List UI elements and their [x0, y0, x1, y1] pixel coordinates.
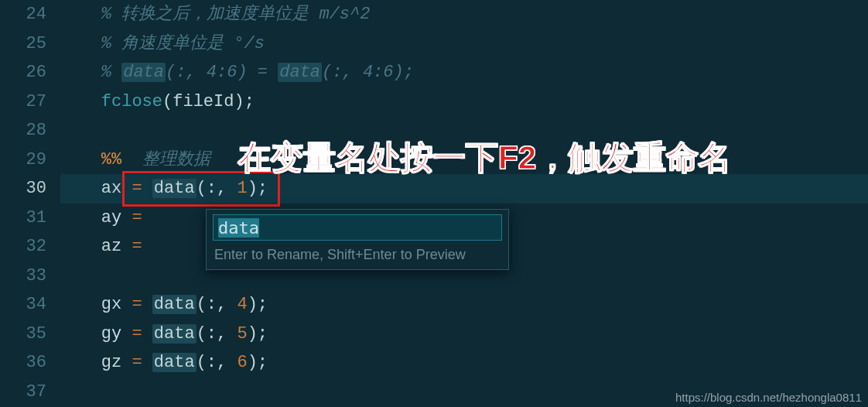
code-area[interactable]: % 转换之后，加速度单位是 m/s^2 % 角速度单位是 °/s % data(… [60, 0, 868, 407]
line-number: 31 [26, 208, 46, 227]
line-number-gutter: 24 25 26 27 28 29 30 31 32 33 34 35 36 3… [0, 0, 60, 407]
comment: % 角速度单位是 °/s [101, 34, 265, 53]
variable-occurrence[interactable]: data [121, 63, 166, 82]
line-number: 29 [26, 150, 46, 169]
rename-hint: Enter to Rename, Shift+Enter to Preview [207, 244, 508, 269]
code-line[interactable] [60, 116, 868, 145]
code-line-current[interactable]: ax = data(:, 1); [60, 174, 868, 204]
line-number: 28 [26, 121, 46, 140]
code-line[interactable]: % 角速度单位是 °/s [60, 29, 868, 59]
code-line[interactable]: gz = data(:, 6); [60, 348, 868, 378]
line-number: 37 [26, 382, 46, 402]
rename-input[interactable] [213, 214, 502, 241]
line-number: 32 [26, 237, 46, 256]
variable-occurrence[interactable]: data [278, 63, 322, 82]
variable-occurrence[interactable]: data [152, 324, 196, 344]
code-line[interactable]: % 转换之后，加速度单位是 m/s^2 [60, 0, 868, 29]
line-number: 34 [26, 295, 46, 314]
code-line[interactable]: gy = data(:, 5); [60, 320, 868, 349]
line-number: 27 [26, 92, 46, 111]
function-call: fclose [101, 92, 162, 111]
code-line[interactable]: fclose(fileId); [60, 87, 868, 117]
rename-popup[interactable]: Enter to Rename, Shift+Enter to Preview [206, 209, 509, 270]
comment: % data(:, 4:6) = data(:, 4:6); [101, 63, 414, 82]
line-number-current: 30 [26, 179, 46, 198]
variable-occurrence[interactable]: data [152, 179, 196, 198]
section-marker: %% [101, 150, 121, 169]
line-number: 25 [26, 34, 46, 53]
code-line[interactable] [60, 378, 868, 407]
line-number: 26 [26, 63, 46, 82]
code-line[interactable]: gx = data(:, 4); [60, 290, 868, 320]
line-number: 24 [26, 5, 46, 24]
variable-occurrence[interactable]: data [152, 353, 196, 372]
line-number: 35 [26, 324, 46, 344]
variable-occurrence[interactable]: data [152, 295, 196, 314]
code-line[interactable]: % data(:, 4:6) = data(:, 4:6); [60, 58, 868, 87]
comment: % 转换之后，加速度单位是 m/s^2 [101, 5, 371, 24]
code-editor[interactable]: 24 25 26 27 28 29 30 31 32 33 34 35 36 3… [0, 0, 868, 407]
line-number: 33 [26, 266, 46, 286]
code-line[interactable]: %% 整理数据 [60, 145, 868, 175]
line-number: 36 [26, 353, 46, 372]
